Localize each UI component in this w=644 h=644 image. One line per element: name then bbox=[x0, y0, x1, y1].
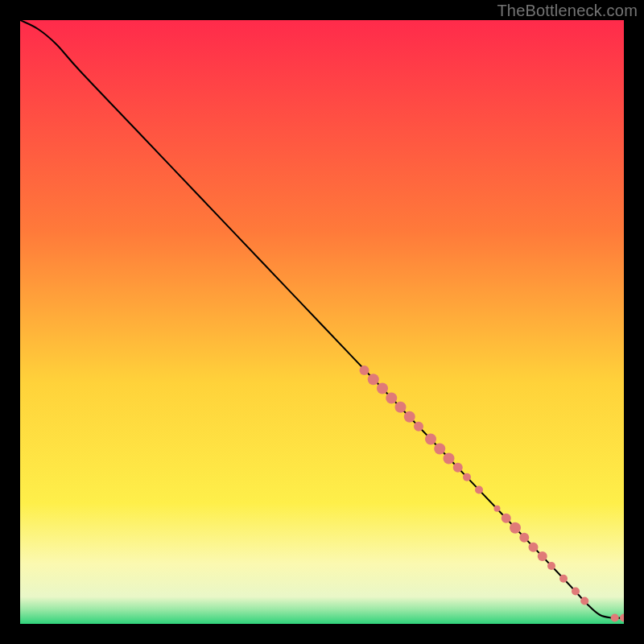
data-marker bbox=[502, 514, 511, 523]
chart-svg bbox=[20, 20, 624, 624]
data-marker bbox=[377, 383, 388, 394]
data-marker bbox=[529, 543, 539, 552]
data-marker bbox=[580, 597, 588, 605]
data-marker bbox=[510, 522, 521, 534]
data-marker bbox=[444, 453, 455, 464]
gradient-background bbox=[20, 20, 624, 624]
chart-stage: TheBottleneck.com bbox=[0, 0, 644, 644]
data-marker bbox=[463, 473, 471, 481]
data-marker bbox=[386, 393, 397, 404]
data-marker bbox=[404, 411, 415, 423]
watermark-text: TheBottleneck.com bbox=[497, 2, 638, 20]
data-marker bbox=[611, 614, 619, 622]
data-marker bbox=[475, 486, 483, 494]
data-marker bbox=[519, 533, 529, 543]
data-marker bbox=[395, 402, 407, 413]
data-marker bbox=[425, 434, 436, 445]
data-marker bbox=[538, 551, 547, 561]
data-marker bbox=[414, 422, 423, 431]
data-marker bbox=[494, 506, 501, 512]
data-marker bbox=[453, 463, 463, 473]
plot-area bbox=[20, 20, 624, 624]
data-marker bbox=[547, 562, 555, 570]
data-marker bbox=[368, 374, 379, 385]
data-marker bbox=[434, 444, 445, 455]
data-marker bbox=[559, 575, 568, 583]
data-marker bbox=[360, 365, 369, 375]
data-marker bbox=[572, 588, 580, 596]
